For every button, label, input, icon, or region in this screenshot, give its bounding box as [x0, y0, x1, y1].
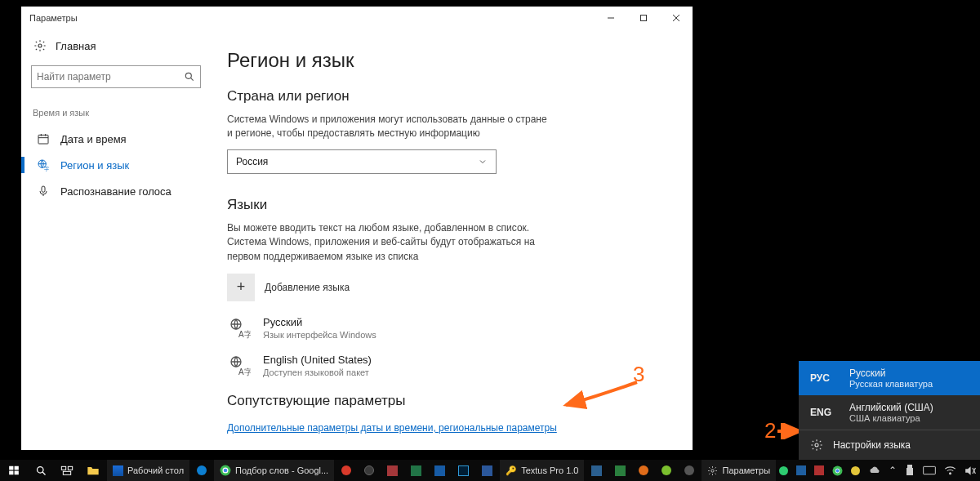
tray-icon[interactable]: [811, 460, 827, 481]
add-language-button[interactable]: + Добавление языка: [227, 274, 670, 301]
svg-text:字: 字: [44, 166, 49, 171]
svg-rect-23: [9, 466, 13, 470]
flyout-lang-name: Английский (США): [849, 402, 933, 413]
edge-icon[interactable]: [191, 460, 212, 481]
tray-usb-icon[interactable]: [902, 460, 918, 481]
key-icon: 🔑: [506, 465, 517, 476]
sidebar-item-datetime[interactable]: Дата и время: [31, 126, 201, 152]
minimize-button[interactable]: [595, 7, 627, 29]
svg-rect-13: [42, 186, 45, 192]
language-name: English (United States): [263, 354, 372, 366]
svg-rect-29: [61, 466, 65, 470]
home-label: Главная: [56, 40, 96, 52]
search-input[interactable]: [37, 71, 184, 82]
svg-rect-24: [15, 466, 19, 470]
word-icon[interactable]: [476, 460, 498, 481]
taskbar-label: Textus Pro 1.0: [521, 465, 578, 475]
svg-text:A字: A字: [238, 367, 251, 376]
flyout-item-russian[interactable]: РУС Русский Русская клавиатура: [799, 361, 980, 395]
sidebar-item-label: Распознавание голоса: [60, 185, 172, 198]
chevron-down-icon: [478, 157, 488, 167]
search-box[interactable]: [31, 65, 201, 88]
tray-icon[interactable]: [829, 460, 846, 481]
add-language-label: Добавление языка: [265, 282, 350, 293]
app-icon[interactable]: [679, 460, 700, 481]
edge-icon-dot: [197, 465, 207, 475]
flyout-lang-sub: Русская клавиатура: [849, 379, 933, 389]
svg-point-35: [711, 469, 714, 471]
search-icon: [184, 71, 195, 82]
tray-icon[interactable]: [848, 460, 863, 481]
tray-icon[interactable]: ⌃: [885, 460, 900, 481]
close-button[interactable]: [660, 7, 693, 29]
tray-wifi-icon[interactable]: [941, 460, 960, 481]
tray-icon[interactable]: [793, 460, 809, 481]
svg-rect-31: [63, 471, 70, 474]
svg-point-4: [38, 44, 42, 47]
related-settings-link[interactable]: Дополнительные параметры даты и времени,…: [227, 422, 557, 434]
region-desc: Система Windows и приложения могут испол…: [227, 113, 554, 141]
svg-rect-30: [68, 466, 72, 470]
svg-point-22: [815, 443, 818, 447]
arrow-3: [559, 377, 641, 410]
tray-volume-icon[interactable]: [961, 460, 979, 481]
tray-keyboard-icon[interactable]: [920, 460, 939, 481]
taskbar-item-textus[interactable]: 🔑 Textus Pro 1.0: [500, 460, 584, 481]
titlebar: Параметры: [21, 7, 693, 29]
svg-rect-40: [924, 466, 936, 474]
opera-icon[interactable]: [336, 460, 357, 481]
lang-heading: Языки: [227, 197, 670, 213]
svg-rect-25: [9, 471, 13, 475]
file-explorer-icon[interactable]: [81, 460, 105, 481]
taskbar-label: Рабочий стол: [127, 465, 184, 475]
svg-line-28: [42, 472, 45, 474]
annotation-2: 2: [764, 418, 776, 443]
search-icon[interactable]: [29, 460, 53, 481]
system-tray: ⌃ РУС 15:28: [776, 460, 980, 481]
flyout-settings-label: Настройки языка: [833, 439, 911, 451]
language-row-russian[interactable]: A字 Русский Язык интерфейса Windows: [227, 316, 670, 341]
gear-icon: [707, 465, 718, 476]
flyout-language-settings[interactable]: Настройки языка: [799, 430, 980, 460]
svg-text:A字: A字: [238, 330, 251, 339]
app-icon[interactable]: [633, 460, 654, 481]
app-icon[interactable]: [609, 460, 631, 481]
gear-icon: [810, 439, 823, 452]
app-icon[interactable]: [359, 460, 380, 481]
flyout-item-english[interactable]: ENG Английский (США) США клавиатура: [799, 395, 980, 430]
language-glyph-icon: A字: [227, 316, 252, 341]
svg-marker-44: [965, 466, 970, 475]
calendar-icon: [36, 132, 51, 145]
access-icon[interactable]: [381, 460, 403, 481]
photoshop-icon[interactable]: [452, 460, 474, 481]
flyout-lang-sub: США клавиатура: [849, 413, 933, 423]
language-glyph-icon: A字: [227, 354, 252, 378]
svg-rect-39: [906, 468, 913, 475]
taskbar-item-desktop[interactable]: Рабочий стол: [107, 460, 189, 481]
task-view-icon[interactable]: [55, 460, 79, 481]
maximize-button[interactable]: [627, 7, 660, 29]
home-link[interactable]: Главная: [31, 36, 201, 56]
sidebar-group-label: Время и язык: [33, 108, 201, 118]
taskbar-label: Подбор слов - Googl...: [235, 465, 328, 475]
taskbar: Рабочий стол Подбор слов - Googl... 🔑 Te…: [0, 460, 980, 481]
excel-icon[interactable]: [405, 460, 427, 481]
region-dropdown[interactable]: Россия: [227, 149, 497, 174]
app-icon[interactable]: [429, 460, 451, 481]
language-sub: Язык интерфейса Windows: [263, 330, 376, 340]
language-row-english[interactable]: A字 English (United States) Доступен язык…: [227, 354, 670, 378]
tray-onedrive-icon[interactable]: [865, 460, 884, 481]
app-icon[interactable]: [586, 460, 608, 481]
sidebar-item-speech[interactable]: Распознавание голоса: [31, 178, 201, 204]
lang-desc: Вы можете вводить текст на любом языке, …: [227, 221, 554, 264]
start-button[interactable]: [0, 460, 28, 481]
flyout-lang-name: Русский: [849, 367, 933, 379]
language-name: Русский: [263, 316, 376, 328]
desktop-icon: [113, 465, 123, 476]
sidebar-item-region[interactable]: 字 Регион и язык: [31, 152, 201, 178]
tray-icon[interactable]: [776, 460, 791, 481]
app-icon[interactable]: [656, 460, 677, 481]
taskbar-item-settings[interactable]: Параметры: [702, 460, 776, 481]
window-controls: [595, 7, 693, 29]
taskbar-item-chrome[interactable]: Подбор слов - Googl...: [214, 460, 334, 481]
